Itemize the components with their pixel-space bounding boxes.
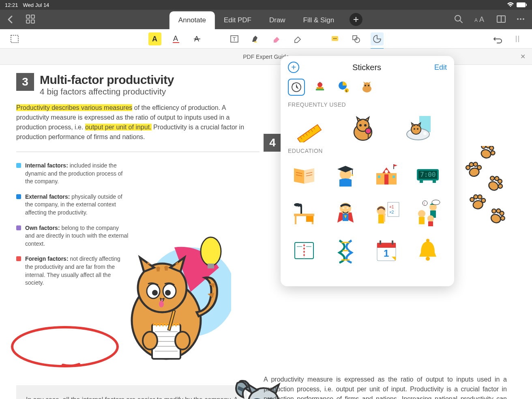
svg-point-161 — [303, 254, 305, 256]
selection-tool[interactable] — [8, 32, 21, 45]
svg-text:A: A — [474, 17, 478, 23]
body-paragraph: Productivity describes various measures … — [16, 103, 260, 142]
more-button[interactable] — [516, 15, 526, 24]
sticker-cat-bath[interactable] — [402, 112, 434, 144]
sticker-teacher[interactable]: +1×2 — [370, 196, 403, 229]
sticker-cat-lollipop[interactable] — [347, 112, 379, 144]
svg-point-10 — [517, 18, 519, 20]
svg-point-147 — [418, 210, 425, 217]
highlight-tool[interactable]: A — [148, 32, 161, 45]
back-button[interactable] — [6, 15, 16, 24]
education-grid: 7:00 +1×2 ! 1 — [288, 158, 447, 267]
svg-rect-83 — [316, 89, 324, 90]
svg-point-159 — [303, 248, 305, 249]
svg-point-111 — [417, 128, 418, 130]
svg-text:+1: +1 — [389, 205, 394, 209]
svg-rect-21 — [254, 41, 257, 43]
add-sticker-button[interactable]: + — [288, 62, 299, 73]
svg-text:1: 1 — [384, 248, 389, 259]
section-number: 3 — [16, 73, 34, 91]
shape-tool[interactable] — [350, 32, 363, 45]
svg-point-146 — [383, 213, 386, 216]
svg-point-112 — [409, 131, 411, 133]
svg-text:!: ! — [424, 202, 425, 206]
search-button[interactable] — [454, 15, 464, 24]
thumbnails-button[interactable] — [26, 15, 36, 24]
sticker-open-book[interactable] — [288, 158, 320, 191]
stickers-title: Stickers — [352, 63, 381, 72]
sticker-graduate[interactable] — [329, 158, 362, 191]
svg-rect-126 — [393, 176, 395, 178]
note-tool[interactable] — [328, 32, 341, 45]
tab-edit-pdf[interactable]: Edit PDF — [215, 11, 260, 29]
svg-point-104 — [364, 124, 367, 127]
svg-point-49 — [12, 327, 118, 366]
factors-list: Internal factors: included inside the dy… — [16, 162, 130, 287]
svg-rect-136 — [306, 216, 313, 222]
svg-point-160 — [303, 251, 305, 253]
bookmarks-button[interactable] — [496, 15, 506, 24]
svg-rect-0 — [517, 2, 526, 7]
svg-point-137 — [294, 203, 300, 206]
sticker-school[interactable] — [370, 158, 403, 191]
underline-tool[interactable]: A — [169, 32, 182, 45]
sticker-tab-cats[interactable] — [358, 79, 375, 96]
sticker-calendar[interactable]: 1 — [370, 234, 403, 267]
sticker-students[interactable]: ! — [412, 196, 444, 229]
close-button[interactable]: ✕ — [520, 53, 526, 60]
bullet-icon — [16, 256, 21, 261]
list-item: Own factors: belong to the company and a… — [16, 224, 130, 248]
eraser-pink-tool[interactable] — [270, 32, 283, 45]
undo-button[interactable] — [491, 32, 504, 45]
sticker-tool[interactable] — [371, 32, 384, 45]
svg-point-155 — [432, 200, 440, 205]
tab-draw[interactable]: Draw — [260, 11, 294, 29]
redo-button[interactable] — [511, 32, 524, 45]
pen-tool[interactable] — [249, 32, 262, 45]
sticker-tab-recent[interactable] — [288, 79, 305, 96]
highlighted-text-2: output per unit of input. — [85, 124, 152, 131]
highlighted-text: Productivity describes various measures — [16, 104, 132, 111]
svg-text:7:00: 7:00 — [420, 171, 436, 178]
svg-rect-86 — [320, 82, 320, 84]
svg-rect-170 — [392, 240, 393, 245]
sticker-desk[interactable] — [288, 196, 320, 229]
svg-rect-144 — [378, 215, 384, 223]
note-box: In any case, all the internal factors ar… — [16, 385, 247, 399]
sticker-tab-education[interactable] — [311, 79, 328, 96]
sticker-clock[interactable]: 7:00 — [412, 158, 444, 191]
svg-rect-13 — [11, 35, 18, 43]
right-body-text: A productivity measure is expressed as t… — [264, 375, 507, 399]
top-nav-bar: Annotate Edit PDF Draw Fill & Sign AA — [0, 10, 532, 29]
svg-rect-123 — [384, 174, 388, 184]
svg-point-47 — [175, 332, 190, 350]
bullet-icon — [16, 225, 21, 230]
svg-rect-94 — [298, 124, 321, 142]
sticker-ruler[interactable] — [292, 112, 324, 144]
status-date: Wed Jul 14 — [23, 2, 49, 8]
tab-annotate[interactable]: Annotate — [169, 11, 215, 29]
sticker-notebook[interactable] — [288, 234, 320, 267]
svg-point-12 — [523, 18, 524, 20]
add-tab-button[interactable] — [350, 13, 363, 26]
divider — [16, 152, 260, 152]
text-tool[interactable]: T — [228, 32, 241, 45]
section-title: Multi-factor productivity — [40, 73, 174, 87]
tab-fill-sign[interactable]: Fill & Sign — [294, 11, 343, 29]
svg-rect-132 — [433, 180, 436, 183]
svg-point-158 — [303, 245, 305, 246]
svg-rect-134 — [295, 216, 296, 224]
sticker-tab-business[interactable]: $ — [335, 79, 352, 96]
list-item: Foreign factors: not directly affecting … — [16, 255, 130, 287]
svg-rect-1 — [526, 4, 527, 6]
svg-point-105 — [365, 128, 371, 134]
text-size-button[interactable]: AA — [474, 15, 487, 24]
section-label-education: EDUCATION — [288, 148, 447, 154]
stickers-edit-button[interactable]: Edit — [434, 63, 447, 72]
sticker-superhero-boy[interactable] — [329, 196, 362, 229]
eraser-tool[interactable] — [291, 32, 304, 45]
strikethrough-tool[interactable]: A — [191, 32, 204, 45]
sticker-bell[interactable] — [412, 234, 444, 267]
section-label-frequent: FREQUENTLY USED — [288, 101, 447, 108]
sticker-dna[interactable] — [329, 234, 362, 267]
